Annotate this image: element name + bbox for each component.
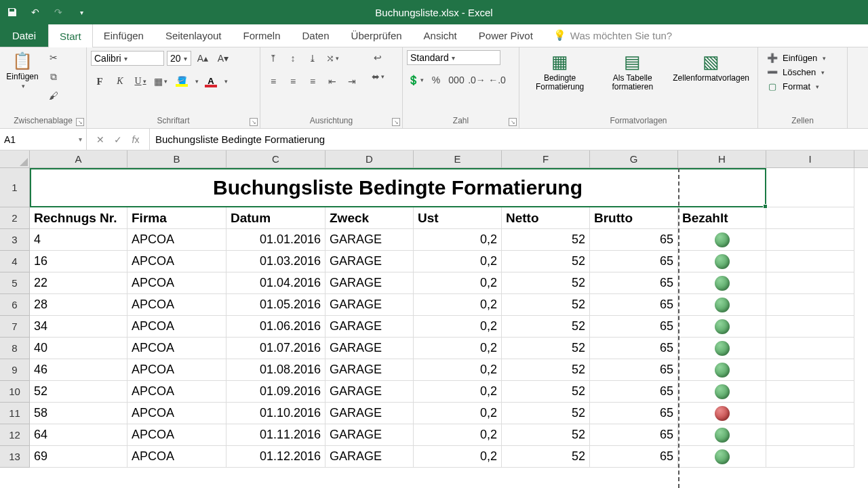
col-header-i[interactable]: I (766, 150, 854, 167)
cell-brutto[interactable]: 65 (590, 229, 678, 251)
cell-bezahlt[interactable] (678, 272, 766, 294)
cell-empty[interactable] (766, 294, 854, 316)
cell-datum[interactable]: 01.03.2016 (226, 251, 326, 272)
cell-ust[interactable]: 0,2 (414, 446, 502, 468)
tab-insert[interactable]: Einfügen (93, 24, 155, 47)
cell-datum[interactable]: 01.04.2016 (226, 272, 326, 294)
tab-start[interactable]: Start (48, 23, 93, 47)
header-netto[interactable]: Netto (502, 207, 590, 229)
font-name-combo[interactable]: Calibri ▾ (91, 51, 164, 66)
row-header[interactable]: 9 (0, 359, 30, 381)
header-firma[interactable]: Firma (127, 207, 226, 229)
cell-zweck[interactable]: GARAGE (326, 338, 414, 359)
cell-zweck[interactable]: GARAGE (326, 359, 414, 381)
cell-nr[interactable]: 64 (30, 424, 127, 446)
insert-cells-button[interactable]: ➕ Einfügen ▾ (762, 52, 830, 64)
cell-empty[interactable] (766, 338, 854, 359)
cell-firma[interactable]: APCOA (127, 229, 226, 251)
cell-empty[interactable] (766, 446, 854, 468)
cell-styles-button[interactable]: ▧ Zellenformatvorlagen (673, 50, 749, 83)
cell-brutto[interactable]: 65 (590, 359, 678, 381)
paste-button[interactable]: 📋 Einfügen ▾ (4, 50, 41, 89)
cell-ust[interactable]: 0,2 (414, 316, 502, 338)
cell-empty[interactable] (766, 403, 854, 424)
cell-nr[interactable]: 4 (30, 229, 127, 251)
align-top-icon[interactable]: ⤒ (264, 50, 282, 66)
dialog-launcher-icon[interactable]: ↘ (509, 118, 517, 126)
cell-zweck[interactable]: GARAGE (326, 403, 414, 424)
decrease-indent-icon[interactable]: ⇤ (323, 73, 341, 89)
decrease-font-icon[interactable]: A▾ (214, 50, 232, 66)
delete-cells-button[interactable]: ➖ Löschen ▾ (762, 66, 830, 79)
col-header-b[interactable]: B (127, 150, 226, 167)
cell-ust[interactable]: 0,2 (414, 294, 502, 316)
cell-firma[interactable]: APCOA (127, 272, 226, 294)
header-brutto[interactable]: Brutto (590, 207, 678, 229)
cell-firma[interactable]: APCOA (127, 338, 226, 359)
format-painter-icon[interactable]: 🖌 (45, 88, 62, 103)
cell-datum[interactable]: 01.11.2016 (226, 424, 326, 446)
cell-netto[interactable]: 52 (502, 403, 590, 424)
align-right-icon[interactable]: ≡ (304, 73, 321, 89)
cell-nr[interactable]: 16 (30, 251, 127, 272)
align-bottom-icon[interactable]: ⤓ (304, 50, 321, 66)
percent-format-icon[interactable]: % (427, 72, 445, 88)
cell-i2[interactable] (766, 207, 854, 229)
header-ust[interactable]: Ust (414, 207, 502, 229)
align-left-icon[interactable]: ≡ (264, 73, 282, 89)
dialog-launcher-icon[interactable]: ↘ (250, 118, 258, 126)
header-rechnr[interactable]: Rechnugs Nr. (30, 207, 127, 229)
format-as-table-button[interactable]: ▤ Als Tabelle formatieren (600, 50, 665, 92)
cell-ust[interactable]: 0,2 (414, 272, 502, 294)
name-box[interactable]: A1 ▾ (0, 129, 87, 150)
row-header[interactable]: 6 (0, 294, 30, 316)
cell-firma[interactable]: APCOA (127, 294, 226, 316)
cell-ust[interactable]: 0,2 (414, 424, 502, 446)
cell-ust[interactable]: 0,2 (414, 403, 502, 424)
title-cell[interactable]: Buchungsliste Bedingte Formatierung (30, 168, 766, 207)
cell-zweck[interactable]: GARAGE (326, 251, 414, 272)
increase-indent-icon[interactable]: ⇥ (343, 73, 361, 89)
fx-icon[interactable]: fx (127, 131, 144, 148)
cell-empty[interactable] (766, 229, 854, 251)
dialog-launcher-icon[interactable]: ↘ (76, 118, 84, 126)
cell-bezahlt[interactable] (678, 229, 766, 251)
tab-data[interactable]: Daten (292, 24, 340, 47)
row-header[interactable]: 11 (0, 403, 30, 424)
cell-empty[interactable] (766, 251, 854, 272)
cell-firma[interactable]: APCOA (127, 403, 226, 424)
cell-bezahlt[interactable] (678, 359, 766, 381)
cell-empty[interactable] (766, 272, 854, 294)
cell-datum[interactable]: 01.01.2016 (226, 229, 326, 251)
cell-bezahlt[interactable] (678, 316, 766, 338)
row-header[interactable]: 10 (0, 381, 30, 403)
cell-bezahlt[interactable] (678, 294, 766, 316)
cell-netto[interactable]: 52 (502, 294, 590, 316)
cell-bezahlt[interactable] (678, 424, 766, 446)
redo-icon[interactable]: ↷ (52, 5, 65, 19)
font-color-button[interactable]: A (201, 73, 220, 89)
cell-datum[interactable]: 01.08.2016 (226, 359, 326, 381)
merge-center-icon[interactable]: ⬌▾ (369, 69, 387, 84)
cell-firma[interactable]: APCOA (127, 446, 226, 468)
cell-i1[interactable] (766, 168, 854, 207)
tab-pagelayout[interactable]: Seitenlayout (155, 24, 233, 47)
tell-me[interactable]: 💡 Was möchten Sie tun? (544, 24, 683, 47)
copy-icon[interactable]: ⧉ (45, 69, 62, 84)
col-header-d[interactable]: D (326, 150, 414, 167)
cell-netto[interactable]: 52 (502, 359, 590, 381)
cell-netto[interactable]: 52 (502, 381, 590, 403)
row-header[interactable]: 5 (0, 272, 30, 294)
cell-brutto[interactable]: 65 (590, 316, 678, 338)
dialog-launcher-icon[interactable]: ↘ (392, 118, 400, 126)
cell-zweck[interactable]: GARAGE (326, 316, 414, 338)
fill-color-button[interactable]: 🪣 (172, 73, 191, 89)
cell-ust[interactable]: 0,2 (414, 359, 502, 381)
cell-firma[interactable]: APCOA (127, 316, 226, 338)
chevron-down-icon[interactable]: ▾ (224, 78, 228, 85)
borders-button[interactable]: ▦▾ (152, 73, 170, 89)
cell-netto[interactable]: 52 (502, 272, 590, 294)
cell-nr[interactable]: 52 (30, 381, 127, 403)
col-header-c[interactable]: C (226, 150, 326, 167)
cell-firma[interactable]: APCOA (127, 424, 226, 446)
